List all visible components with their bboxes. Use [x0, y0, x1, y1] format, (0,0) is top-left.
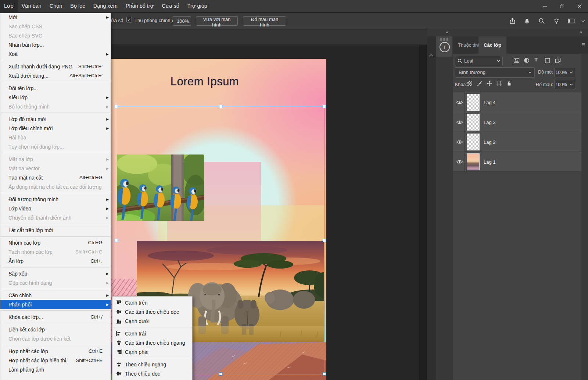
distribute-menu-item[interactable]: Cạnh phải — [112, 347, 192, 356]
layer-menu-item[interactable]: Nhóm các lớpCtrl+G — [0, 238, 111, 247]
layer-menu-item: Áp dụng mặt nạ cho tất cả các đối tượng — [0, 182, 111, 191]
distribute-menu-item[interactable]: Các tâm theo chiều dọc — [112, 307, 192, 316]
fill-value[interactable]: 100% — [554, 80, 568, 89]
layer-menu-item[interactable]: Tạo mặt nạ cắtAlt+Ctrl+G — [0, 173, 111, 182]
layer-menu-item: Chuyển đổi thành điểm ảnh▶ — [0, 213, 111, 222]
zoom-100-button[interactable]: 100% — [173, 16, 191, 26]
menubar-item-6[interactable]: Phần bổ trợ — [122, 0, 158, 12]
menubar-item-3[interactable]: Chọn — [46, 0, 67, 12]
distribute-menu-item[interactable]: Theo chiều ngang — [112, 360, 192, 369]
distribute-menu-item[interactable]: Các tâm theo chiều ngang — [112, 338, 192, 347]
layer-row[interactable]: Lag 2 — [453, 132, 581, 152]
fit-screen-button[interactable]: Vừa với màn hình — [196, 16, 238, 26]
distribute-menu-item[interactable]: Cạnh dưới — [112, 316, 192, 326]
menu-separator — [1, 236, 110, 237]
distribute-menu-item[interactable]: Cạnh trên — [112, 298, 192, 307]
layer-thumbnail[interactable] — [467, 94, 480, 111]
scroll-up-icon[interactable] — [429, 54, 433, 57]
layer-thumbnail[interactable] — [467, 153, 480, 170]
layer-row[interactable]: Lag 4 — [453, 92, 581, 112]
layer-menu-item[interactable]: Phân phối▶ — [0, 300, 111, 309]
layer-menu-item[interactable]: Làm phẳng ảnh — [0, 365, 111, 374]
layer-row[interactable]: Lag 1 — [453, 152, 581, 172]
close-button[interactable] — [571, 0, 588, 12]
layer-thumbnail[interactable] — [467, 134, 480, 150]
layer-menu-item[interactable]: Khóa các lớp...Ctrl+/ — [0, 312, 111, 322]
layer-filter-value: Loại — [464, 58, 473, 64]
lock-pixels-brush-icon[interactable] — [477, 81, 482, 86]
notifications-bell-icon[interactable] — [520, 18, 534, 24]
fill-screen-button[interactable]: Đổ màu màn hình — [243, 16, 286, 26]
layer-thumbnail[interactable] — [467, 114, 480, 131]
panel-menu-icon[interactable]: ≡ — [582, 42, 585, 48]
layer-menu-item[interactable]: Hợp nhất các lớpCtrl+E — [0, 347, 111, 356]
layer-menu-item[interactable]: Kiểu lớp▶ — [0, 93, 111, 102]
restore-button[interactable] — [553, 0, 571, 12]
info-panel-tile[interactable]: i — [436, 36, 452, 57]
layer-menu-item[interactable]: Lớp video▶ — [0, 204, 111, 213]
layer-visibility-eye-icon[interactable] — [456, 140, 463, 144]
layer-menu-item[interactable]: Đối tượng thông minh▶ — [0, 195, 111, 204]
lock-all-icon[interactable] — [506, 81, 512, 86]
opacity-value[interactable]: 100% — [554, 68, 568, 77]
menu-separator — [1, 267, 110, 267]
layer-menu-item[interactable]: Liên kết các lớp — [0, 325, 111, 334]
filter-shape-layers-icon[interactable] — [545, 57, 551, 63]
layer-menu-item[interactable]: Xuất dưới dạng...Alt+Shift+Ctrl+' — [0, 71, 111, 80]
layer-menu-item: Hài hòa — [0, 133, 111, 142]
menubar-item-2[interactable]: Văn bản — [18, 0, 46, 12]
fill-chevron-icon[interactable] — [568, 80, 575, 89]
opacity-chevron-icon[interactable] — [568, 68, 575, 77]
blend-mode-dropdown[interactable]: Bình thường — [455, 67, 535, 78]
lock-transparency-icon[interactable] — [467, 81, 472, 86]
layer-menu-item[interactable]: Ẩn lớpCtrl+, — [0, 256, 111, 266]
layer-menu-item[interactable]: Đổi tên lớp... — [0, 84, 111, 93]
distribute-menu-item[interactable]: Theo chiều dọc — [112, 369, 192, 378]
menu-separator — [1, 345, 110, 345]
layer-menu-item[interactable]: Nhân bản lớp... — [0, 40, 111, 49]
precise-zoom-checkbox[interactable]: ✓ — [126, 17, 132, 22]
layer-menu-item[interactable]: Lớp đổ màu mới▶ — [0, 114, 111, 124]
distribute-menu-item[interactable]: Cạnh trái — [112, 329, 192, 338]
menubar-item-8[interactable]: Trợ giúp — [183, 0, 211, 12]
workspace-panel-icon[interactable] — [564, 18, 578, 24]
layer-menu-item[interactable]: Sắp xếp▶ — [0, 269, 111, 278]
chevron-down-icon — [528, 71, 532, 74]
layer-visibility-eye-icon[interactable] — [456, 100, 463, 104]
menubar-item-7[interactable]: Cửa sổ — [158, 0, 183, 12]
submenu-arrow-icon: ▶ — [106, 96, 109, 99]
filter-smart-object-icon[interactable] — [555, 57, 561, 63]
filter-adjustment-layers-icon[interactable] — [524, 57, 530, 63]
dist-left-icon — [116, 331, 122, 336]
menubar-item-1[interactable]: Lớp — [0, 0, 18, 12]
layer-visibility-eye-icon[interactable] — [456, 120, 463, 124]
lock-position-move-icon[interactable] — [487, 81, 492, 86]
layer-menu-item[interactable]: Xuất nhanh dưới dạng PNGShift+Ctrl+' — [0, 62, 111, 71]
layer-row[interactable]: Lag 3 — [453, 112, 581, 132]
lock-artboard-icon[interactable] — [496, 81, 502, 86]
collapse-panels-icon[interactable]: « — [446, 30, 448, 34]
layer-menu-item[interactable]: Lớp điều chỉnh mới▶ — [0, 124, 111, 133]
layer-menu-item[interactable]: Mới▶ — [0, 13, 111, 22]
layer-menu-item[interactable]: Xoá▶ — [0, 49, 111, 58]
share-icon[interactable] — [505, 18, 520, 24]
filter-type-layers-icon[interactable]: T — [534, 56, 538, 63]
chevron-down-icon[interactable] — [578, 20, 588, 22]
layer-menu-item[interactable]: Căn chỉnh▶ — [0, 291, 111, 300]
menubar-item-5[interactable]: Dạng xem — [89, 0, 122, 12]
idea-lightbulb-icon[interactable] — [549, 18, 564, 24]
filter-image-layers-icon[interactable] — [513, 57, 520, 63]
layer-filter-dropdown[interactable]: Loại — [455, 56, 503, 66]
dist-vcenter-icon — [116, 371, 122, 376]
menubar-item-4[interactable]: Bộ lọc — [66, 0, 89, 12]
submenu-arrow-icon: ▶ — [106, 117, 109, 121]
dist-vcenter-icon — [116, 309, 122, 315]
layer-menu-item[interactable]: Lát cắt trên lớp mới — [0, 225, 111, 235]
tab-layers[interactable]: Các lớp — [478, 36, 506, 54]
expand-panels-icon[interactable]: » — [580, 30, 582, 34]
layer-visibility-eye-icon[interactable] — [456, 160, 463, 164]
search-icon[interactable] — [534, 18, 549, 24]
layer-menu-item[interactable]: Hợp nhất các lớp hiển thịShift+Ctrl+E — [0, 356, 111, 365]
minimize-button[interactable] — [536, 0, 553, 12]
chevron-down-icon — [497, 60, 500, 62]
